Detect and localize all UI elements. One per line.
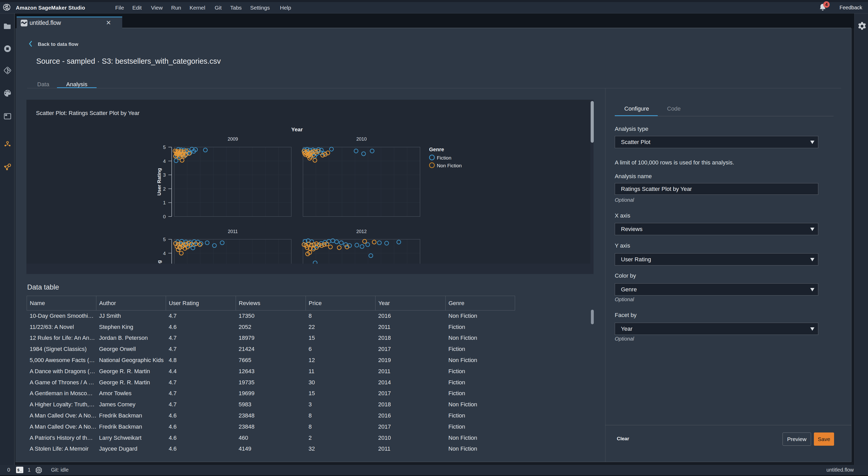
svg-text:3: 3	[163, 172, 166, 178]
svg-text:2010: 2010	[356, 137, 367, 142]
svg-text:1: 1	[163, 200, 166, 205]
svg-text:5: 5	[163, 145, 166, 150]
svg-text:2011: 2011	[228, 229, 238, 234]
svg-text:Year: Year	[291, 126, 303, 132]
svg-text:4: 4	[163, 158, 166, 164]
svg-text:4: 4	[163, 251, 166, 256]
svg-text:User Rating: User Rating	[156, 168, 162, 196]
svg-text:User Rating: User Rating	[156, 260, 162, 264]
svg-text:2012: 2012	[356, 229, 367, 234]
svg-text:5: 5	[163, 237, 166, 242]
svg-text:0: 0	[163, 214, 166, 219]
svg-text:Fiction: Fiction	[437, 155, 451, 160]
svg-text:Genre: Genre	[429, 147, 444, 152]
svg-text:2009: 2009	[228, 137, 238, 142]
svg-text:2: 2	[163, 186, 166, 191]
svg-text:Non Fiction: Non Fiction	[437, 163, 462, 168]
